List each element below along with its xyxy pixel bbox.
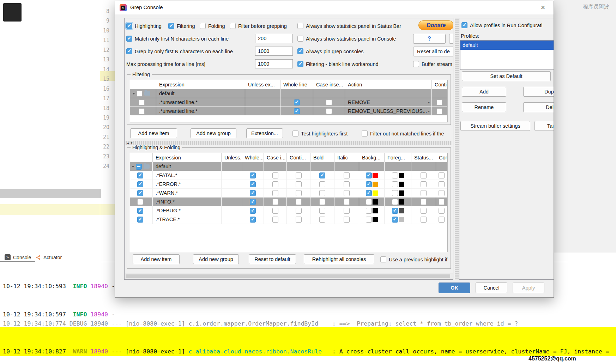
- background-swatch[interactable]: [373, 208, 378, 213]
- case-checkbox[interactable]: [272, 190, 278, 196]
- foreground-checkbox[interactable]: [392, 199, 398, 205]
- match-n-input[interactable]: [255, 34, 293, 43]
- background-swatch[interactable]: [373, 199, 378, 205]
- whole-checkbox[interactable]: [250, 208, 256, 214]
- highlighting-add-group-button[interactable]: Add new group: [193, 254, 239, 264]
- whole-checkbox[interactable]: [250, 181, 256, 187]
- clipped-button[interactable]: [449, 34, 453, 44]
- statusbar-checkbox[interactable]: [421, 199, 427, 205]
- background-checkbox[interactable]: [366, 199, 372, 205]
- use-previous-checkbox[interactable]: [380, 256, 386, 262]
- whole-checkbox[interactable]: [250, 172, 256, 178]
- action-dropdown[interactable]: REMOVE ▾: [345, 98, 432, 107]
- bold-checkbox[interactable]: [319, 199, 325, 205]
- blank-workaround-checkbox[interactable]: [297, 61, 303, 67]
- foreground-checkbox[interactable]: [392, 181, 398, 187]
- continue-checkbox[interactable]: [296, 172, 302, 178]
- italic-checkbox[interactable]: [344, 181, 350, 187]
- grep-n-option[interactable]: Grep by only first N characters on each …: [126, 47, 233, 56]
- background-swatch[interactable]: [373, 217, 378, 222]
- filter-before-option[interactable]: Filter before grepping: [230, 21, 287, 31]
- foreground-swatch[interactable]: [399, 182, 404, 187]
- splitter-arrows-icon[interactable]: ▲▼: [127, 141, 134, 145]
- blank-workaround-option[interactable]: Filtering - blank line workaround: [297, 59, 379, 69]
- foreground-swatch[interactable]: [399, 217, 404, 222]
- grep-n-checkbox[interactable]: [126, 48, 132, 54]
- foreground-swatch[interactable]: [399, 190, 404, 196]
- folding-option[interactable]: Folding: [200, 21, 225, 31]
- reset-all-button[interactable]: Reset all to de: [413, 47, 453, 56]
- whole-line-checkbox[interactable]: [294, 99, 300, 105]
- statusbar-checkbox[interactable]: [421, 217, 427, 223]
- action-dropdown[interactable]: REMOVE_UNLESS_PREVIOUS... ▾: [345, 107, 432, 116]
- filtering-option[interactable]: Filtering: [168, 21, 195, 31]
- allow-profiles-option[interactable]: Allow profiles in Run Configurati: [461, 20, 543, 30]
- stats-console-option[interactable]: Always show statistics panel in Console: [297, 34, 396, 43]
- highlighting-row-fatal[interactable]: .*FATAL.*: [130, 171, 447, 180]
- highlighting-row-debug[interactable]: .*DEBUG.*: [130, 206, 447, 215]
- stats-statusbar-checkbox[interactable]: [297, 23, 303, 29]
- case-checkbox[interactable]: [272, 208, 278, 214]
- duplicate-profile-button[interactable]: Dupl: [523, 87, 554, 97]
- case-checkbox[interactable]: [272, 172, 278, 178]
- bold-checkbox[interactable]: [319, 181, 325, 187]
- row-enabled-checkbox[interactable]: [139, 99, 145, 105]
- italic-checkbox[interactable]: [344, 208, 350, 214]
- foreground-checkbox[interactable]: [392, 208, 398, 214]
- highlighting-row-info[interactable]: .*INFO.*: [130, 198, 447, 206]
- bold-checkbox[interactable]: [319, 208, 325, 214]
- highlighting-add-item-button[interactable]: Add new item: [133, 254, 180, 264]
- continue-checkbox[interactable]: [296, 190, 302, 196]
- italic-checkbox[interactable]: [344, 199, 350, 205]
- use-previous-option[interactable]: Use a previous highlight if: [380, 255, 447, 264]
- continue-checkbox[interactable]: [296, 199, 302, 205]
- profiles-list[interactable]: default: [460, 40, 554, 70]
- highlighting-row-trace[interactable]: .*TRACE.*: [130, 215, 447, 224]
- whole-checkbox[interactable]: [250, 217, 256, 223]
- bold-checkbox[interactable]: [319, 172, 325, 178]
- foreground-swatch[interactable]: [399, 173, 404, 178]
- tab-console[interactable]: > Console: [5, 254, 31, 261]
- filtering-add-item-button[interactable]: Add new item: [130, 128, 177, 138]
- bold-checkbox[interactable]: [319, 190, 325, 196]
- console-checkbox[interactable]: [439, 199, 445, 205]
- tab-actuator[interactable]: Actuator: [35, 254, 62, 261]
- delete-profile-button[interactable]: Del: [523, 102, 554, 112]
- filter-out-option[interactable]: Filter out not matched lines if the: [362, 129, 444, 138]
- case-insensitive-checkbox[interactable]: [326, 99, 332, 105]
- set-as-default-button[interactable]: Set as Default: [462, 71, 551, 81]
- whole-line-checkbox[interactable]: [294, 108, 300, 114]
- buffer-stream-option[interactable]: Buffer stream: [413, 59, 452, 69]
- console-checkbox[interactable]: [439, 172, 445, 178]
- row-enabled-checkbox[interactable]: [137, 181, 143, 187]
- foreground-checkbox[interactable]: [392, 172, 398, 178]
- filtering-checkbox[interactable]: [168, 23, 174, 29]
- console-checkbox[interactable]: [439, 190, 445, 196]
- rename-profile-button[interactable]: Rename: [462, 102, 506, 112]
- statusbar-checkbox[interactable]: [421, 190, 427, 196]
- whole-checkbox[interactable]: [250, 199, 256, 205]
- filter-out-checkbox[interactable]: [362, 131, 368, 136]
- max-time-input[interactable]: [255, 59, 293, 68]
- chevron-down-icon[interactable]: [132, 166, 134, 168]
- bold-checkbox[interactable]: [319, 217, 325, 223]
- continue-checkbox[interactable]: [436, 108, 442, 114]
- highlighting-option[interactable]: Highlighting: [126, 21, 162, 31]
- foreground-swatch[interactable]: [399, 199, 404, 205]
- allow-profiles-checkbox[interactable]: [461, 22, 467, 28]
- row-enabled-checkbox[interactable]: [137, 208, 143, 214]
- filtering-add-group-button[interactable]: Add new group: [191, 128, 236, 138]
- continue-checkbox[interactable]: [296, 181, 302, 187]
- rehighlight-all-button[interactable]: Rehighlight all consoles: [304, 254, 374, 264]
- row-enabled-checkbox[interactable]: [137, 172, 143, 178]
- row-enabled-checkbox[interactable]: [137, 190, 143, 196]
- background-checkbox[interactable]: [366, 190, 372, 196]
- background-swatch[interactable]: [373, 173, 378, 178]
- stats-statusbar-option[interactable]: Always show statistics panel in Status B…: [297, 21, 401, 31]
- case-checkbox[interactable]: [272, 217, 278, 223]
- match-n-option[interactable]: Match only first N characters on each li…: [126, 34, 229, 43]
- statusbar-checkbox[interactable]: [421, 181, 427, 187]
- background-checkbox[interactable]: [366, 208, 372, 214]
- ok-button[interactable]: OK: [439, 283, 470, 293]
- console-checkbox[interactable]: [439, 208, 445, 214]
